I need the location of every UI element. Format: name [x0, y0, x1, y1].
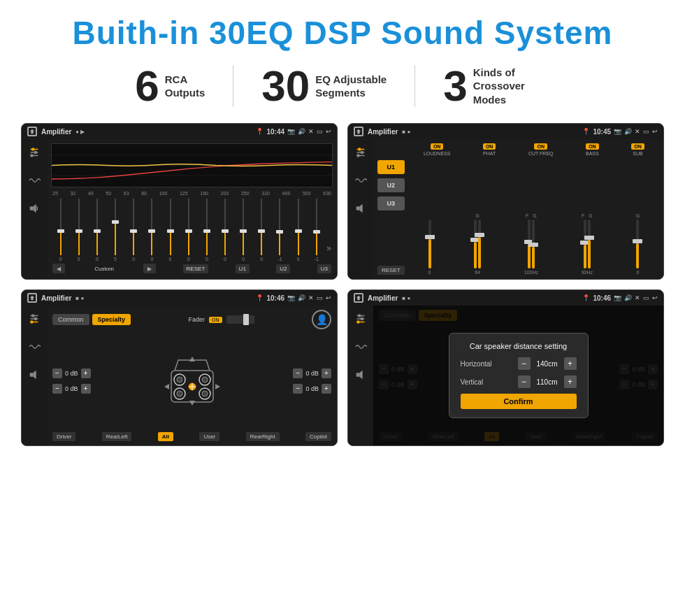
fader-volume-icon: 🔊 — [298, 294, 305, 301]
eq-sidebar-speaker[interactable] — [27, 201, 42, 216]
crossover-back-icon[interactable]: ↩ — [652, 128, 658, 135]
dialog-sidebar-speaker[interactable] — [353, 367, 368, 382]
stat-crossover: 3 Kinds ofCrossover Modes — [415, 64, 577, 108]
rearleft-btn[interactable]: RearLeft — [102, 432, 132, 441]
vertical-label: Vertical — [461, 378, 484, 386]
stats-row: 6 RCAOutputs 30 EQ AdjustableSegments 3 … — [21, 64, 664, 108]
crossover-sidebar-wave[interactable] — [353, 173, 368, 188]
eq-sidebar-tune[interactable] — [27, 145, 42, 160]
user-profile-icon[interactable]: 👤 — [312, 310, 331, 329]
eq-next-btn[interactable]: ▶ — [143, 264, 156, 273]
dialog-sidebar — [348, 306, 373, 445]
db-row-4: − 0 dB + — [293, 384, 331, 394]
common-tab[interactable]: Common — [52, 314, 89, 325]
cutfreq-on[interactable]: ON — [534, 143, 547, 150]
crossover-home-icon[interactable] — [354, 127, 363, 136]
eq-sidebar-wave[interactable] — [27, 173, 42, 188]
specialty-tab[interactable]: Specialty — [92, 314, 131, 325]
eq-prev-btn[interactable]: ◀ — [52, 264, 65, 273]
u1-button[interactable]: U1 — [377, 160, 405, 174]
db-minus-4[interactable]: − — [293, 384, 303, 394]
eq-slider-14[interactable]: -1 — [308, 199, 324, 262]
fader-back-icon[interactable]: ↩ — [326, 294, 331, 301]
all-btn[interactable]: All — [158, 432, 173, 441]
dialog-back-icon[interactable]: ↩ — [652, 294, 658, 301]
dialog-sidebar-wave[interactable] — [353, 339, 368, 354]
crossover-sidebar-speaker[interactable] — [353, 201, 368, 216]
fader-time: 10:46 — [266, 294, 284, 302]
db-plus-2[interactable]: + — [81, 384, 91, 394]
eq-bar-right: 📍 10:44 📷 🔊 ✕ ▭ ↩ — [256, 128, 331, 136]
eq-slider-1[interactable]: 0 — [71, 199, 87, 262]
svg-point-20 — [34, 317, 38, 321]
home-icon[interactable] — [27, 127, 37, 136]
eq-slider-3[interactable]: 5 — [107, 199, 123, 262]
eq-slider-0[interactable]: 0 — [52, 199, 68, 262]
db-minus-3[interactable]: − — [293, 368, 303, 378]
db-minus-2[interactable]: − — [52, 384, 62, 394]
db-val-2: 0 dB — [65, 385, 78, 392]
copilot-btn[interactable]: Copilot — [305, 432, 331, 441]
dialog-bar-left: Amplifier ■ ● — [354, 293, 410, 303]
confirm-button[interactable]: Confirm — [461, 394, 577, 409]
horizontal-minus-btn[interactable]: − — [518, 357, 531, 370]
dialog-home-icon[interactable] — [354, 293, 363, 303]
vertical-plus-btn[interactable]: + — [564, 375, 577, 388]
eq-slider-11[interactable]: 0 — [254, 199, 270, 262]
db-plus-1[interactable]: + — [81, 368, 91, 378]
eq-slider-9[interactable]: 0 — [217, 199, 233, 262]
crossover-sidebar-tune[interactable] — [353, 145, 368, 160]
fader-center: − 0 dB + − 0 dB + — [52, 334, 331, 428]
fader-sidebar-wave[interactable] — [27, 339, 42, 354]
crossover-reset-btn[interactable]: RESET — [377, 266, 405, 275]
loudness-on[interactable]: ON — [431, 143, 444, 150]
fader-on-badge[interactable]: ON — [209, 317, 222, 323]
eq-u3-btn[interactable]: U3 — [317, 264, 331, 273]
cutfreq-slider[interactable]: F G — [524, 213, 538, 275]
eq-slider-5[interactable]: 0 — [144, 199, 160, 262]
sub-slider[interactable]: G 0 — [636, 213, 640, 275]
eq-slider-4[interactable]: 0 — [126, 199, 142, 262]
volume-icon: 🔊 — [298, 128, 305, 135]
loudness-slider[interactable]: 0 — [428, 220, 431, 275]
bass-slider[interactable]: F G — [582, 213, 593, 275]
eq-slider-2[interactable]: 0 — [89, 199, 105, 262]
rearright-btn[interactable]: RearRight — [246, 432, 280, 441]
phat-on[interactable]: ON — [483, 143, 496, 150]
driver-btn[interactable]: Driver — [52, 432, 75, 441]
eq-u2-btn[interactable]: U2 — [276, 264, 290, 273]
eq-expand-icon[interactable]: » — [326, 243, 331, 262]
u3-button[interactable]: U3 — [377, 196, 405, 210]
sub-on[interactable]: ON — [631, 143, 644, 150]
fader-slider[interactable] — [226, 315, 254, 324]
horizontal-plus-btn[interactable]: + — [564, 357, 577, 370]
fader-home-icon[interactable] — [27, 293, 37, 303]
eq-back-icon[interactable]: ↩ — [326, 128, 331, 135]
eq-dots: ● ▶ — [75, 129, 85, 135]
eq-slider-10[interactable]: 0 — [236, 199, 252, 262]
eq-slider-12[interactable]: -1 — [272, 199, 288, 262]
horizontal-stepper: − 140cm + — [518, 357, 577, 370]
eq-slider-13[interactable]: 0 — [290, 199, 306, 262]
fader-minimize-icon: ▭ — [317, 294, 323, 301]
dialog-sidebar-tune[interactable] — [353, 311, 368, 327]
fader-screen-bar: Amplifier ■ ● 📍 10:46 📷 🔊 ✕ ▭ ↩ — [22, 290, 337, 306]
u2-button[interactable]: U2 — [377, 178, 405, 192]
db-plus-3[interactable]: + — [322, 368, 331, 378]
db-minus-1[interactable]: − — [52, 368, 62, 378]
crossover-bar-right: 📍 10:45 📷 🔊 ✕ ▭ ↩ — [582, 128, 658, 136]
phat-slider[interactable]: G — [474, 213, 481, 275]
eq-slider-7[interactable]: 0 — [180, 199, 196, 262]
crossover-sidebar — [348, 139, 373, 279]
fader-sidebar-speaker[interactable] — [27, 367, 42, 382]
fader-sidebar-tune[interactable] — [27, 311, 42, 327]
eq-slider-8[interactable]: 0 — [199, 199, 215, 262]
vertical-minus-btn[interactable]: − — [518, 375, 531, 388]
horizontal-row: Horizontal − 140cm + — [461, 357, 577, 370]
eq-slider-6[interactable]: 0 — [162, 199, 178, 262]
eq-reset-btn[interactable]: RESET — [183, 264, 209, 273]
eq-u1-btn[interactable]: U1 — [236, 264, 250, 273]
db-plus-4[interactable]: + — [322, 384, 331, 394]
user-btn[interactable]: User — [199, 432, 219, 441]
bass-on[interactable]: ON — [586, 143, 599, 150]
